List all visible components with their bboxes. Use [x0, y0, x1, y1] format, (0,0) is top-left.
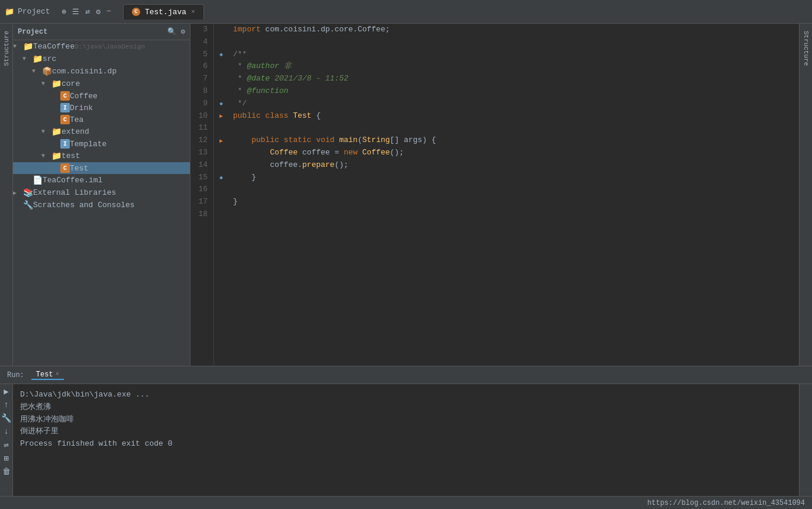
tree-item-test[interactable]: ▼📁 test — [13, 150, 190, 162]
bottom-right-sidebar — [799, 384, 812, 496]
main-area: Structure Project 🔍 ⚙ ▼📁 TeaCoffee D:\ja… — [0, 24, 812, 366]
code-content[interactable]: 3456789101112131415161718 ◆◆▶▶◆ import c… — [190, 24, 799, 366]
tree-item-drink[interactable]: I Drink — [13, 102, 190, 114]
file-tree: ▼📁 TeaCoffee D:\java\JavaDesign ▼📁 src ▼… — [13, 40, 190, 211]
bottom-panel: Run: Test × ▶ ↑ 🔧 ↓ ⇌ ⊞ 🗑 D:\Java\jdk\bi… — [0, 366, 812, 496]
tree-icon: 📁 — [51, 127, 62, 137]
tree-label: extend — [62, 127, 89, 136]
project-label[interactable]: 📁 Project — [5, 7, 50, 17]
code-line — [233, 208, 794, 221]
tree-item-core[interactable]: ▼📁 core — [13, 78, 190, 90]
tree-label: TeaCoffee — [33, 42, 75, 51]
tree-item-src[interactable]: ▼📁 src — [13, 53, 190, 65]
icon-expand[interactable]: ⇄ — [85, 7, 90, 17]
line-number: 6 — [195, 60, 208, 73]
code-line: coffee.prepare(); — [233, 159, 794, 172]
delete-icon[interactable]: 🗑 — [2, 467, 11, 476]
gutter-item: ▶ — [214, 110, 228, 123]
gutter-item — [214, 60, 228, 73]
status-bar: https://blog.csdn.net/weixin_43541094 — [0, 496, 812, 509]
project-icon: 📁 — [5, 7, 14, 17]
gutter-item — [214, 73, 228, 85]
status-url[interactable]: https://blog.csdn.net/weixin_43541094 — [648, 499, 805, 507]
code-line: * @author 非 — [233, 60, 794, 73]
gutter-item — [214, 147, 228, 159]
right-structure-label[interactable]: Structure — [800, 26, 812, 70]
tree-label: test — [62, 152, 80, 160]
code-line — [233, 183, 794, 196]
run-icon[interactable]: ▶ — [4, 386, 8, 397]
gutter-item: ◆ — [214, 172, 228, 184]
tree-icon: 📁 — [22, 41, 33, 51]
run-arrow-icon: ▶ — [219, 112, 223, 120]
icon-target[interactable]: ⊕ — [62, 7, 67, 17]
tree-arrow: ▶ — [13, 189, 22, 196]
tree-label: Tea — [70, 115, 83, 124]
bottom-tab-bar: Run: Test × — [0, 366, 812, 384]
icon-settings[interactable]: ⚙ — [96, 7, 101, 17]
tree-item-com-coisini-dp[interactable]: ▼📦 com.coisini.dp — [13, 65, 190, 78]
code-line: Coffee coffee = new Coffee(); — [233, 147, 794, 159]
console-line: 把水煮沸 — [20, 401, 792, 414]
tools-icon[interactable]: 🔧 — [1, 413, 11, 423]
tree-item-tea[interactable]: C Tea — [13, 114, 190, 125]
icon-list[interactable]: ☰ — [72, 7, 79, 17]
line-number: 18 — [195, 208, 208, 221]
tab-close-button[interactable]: × — [191, 8, 195, 15]
tree-item-teacoffee-iml[interactable]: 📄 TeaCoffee.iml — [13, 174, 190, 186]
bookmark-icon: ◆ — [219, 51, 223, 58]
sidebar-icon-search[interactable]: 🔍 — [167, 27, 176, 36]
structure-tab-label[interactable]: Structure — [1, 26, 12, 70]
gutter-item: ◆ — [214, 98, 228, 110]
tab-label: Test.java — [145, 8, 186, 17]
code-lines[interactable]: import com.coisini.dp.core.Coffee;/** * … — [228, 24, 799, 366]
tree-arrow: ▼ — [13, 43, 22, 50]
tree-item-coffee[interactable]: C Coffee — [13, 90, 190, 102]
sidebar-icon-cog[interactable]: ⚙ — [181, 27, 185, 36]
tree-item-template[interactable]: I Template — [13, 138, 190, 150]
filter-icon[interactable]: ⊞ — [4, 453, 8, 463]
bottom-left-sidebar: ▶ ↑ 🔧 ↓ ⇌ ⊞ 🗑 — [0, 384, 13, 496]
tree-icon: 🔧 — [22, 200, 33, 210]
gutter-item — [214, 196, 228, 208]
line-number: 5 — [195, 49, 208, 61]
left-structure-tab: Structure — [0, 24, 13, 366]
down-icon[interactable]: ↓ — [4, 427, 8, 436]
tree-item-ext-libs[interactable]: ▶📚 External Libraries — [13, 186, 190, 199]
console-tab-label: Test — [36, 371, 53, 379]
tree-item-teacoffee-root[interactable]: ▼📁 TeaCoffee D:\java\JavaDesign — [13, 40, 190, 53]
code-line: } — [233, 172, 794, 184]
tree-icon: 📄 — [32, 175, 43, 185]
tree-icon: I — [60, 139, 70, 149]
console-tab-close[interactable]: × — [56, 371, 59, 378]
tree-item-extend[interactable]: ▼📁 extend — [13, 125, 190, 138]
sidebar-header-icons: 🔍 ⚙ — [167, 27, 185, 36]
line-number: 12 — [195, 134, 208, 147]
up-icon[interactable]: ↑ — [4, 400, 8, 410]
gutter-item — [214, 208, 228, 221]
gutter-item — [214, 183, 228, 196]
top-bar-icons: ⊕ ☰ ⇄ ⚙ − — [62, 7, 111, 17]
gutter-item — [214, 36, 228, 49]
sidebar-header: Project 🔍 ⚙ — [13, 24, 190, 40]
bottom-tab-test[interactable]: Test × — [31, 371, 64, 380]
line-number: 8 — [195, 85, 208, 98]
code-line: * @function — [233, 85, 794, 98]
line-number: 17 — [195, 196, 208, 208]
tree-item-scratches[interactable]: 🔧 Scratches and Consoles — [13, 199, 190, 211]
bookmark-icon: ◆ — [219, 100, 223, 107]
gutter: ◆◆▶▶◆ — [214, 24, 228, 366]
tab-test-java[interactable]: C Test.java × — [123, 4, 204, 20]
code-line — [233, 36, 794, 49]
gutter-item — [214, 85, 228, 98]
icon-minimize[interactable]: − — [106, 7, 111, 16]
tree-label: External Libraries — [33, 188, 116, 197]
tree-item-testfile[interactable]: C Test — [13, 162, 190, 174]
tree-label: Test — [70, 164, 88, 173]
tab-bar: C Test.java × — [123, 4, 204, 20]
console-line: 用沸水冲泡咖啡 — [20, 414, 792, 426]
sidebar: Project 🔍 ⚙ ▼📁 TeaCoffee D:\java\JavaDes… — [13, 24, 190, 366]
wrap-icon[interactable]: ⇌ — [4, 440, 8, 450]
tree-label: src — [43, 54, 56, 63]
gutter-item — [214, 122, 228, 134]
